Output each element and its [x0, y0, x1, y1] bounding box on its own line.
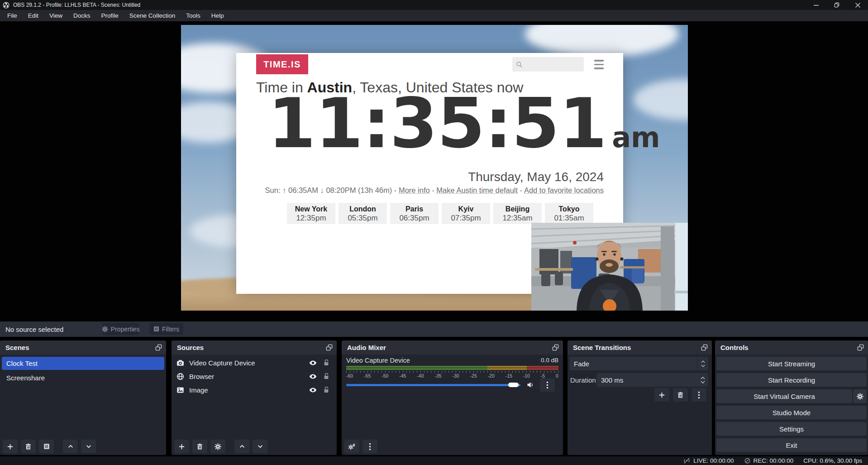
remove-scene-button[interactable] — [21, 440, 36, 453]
add-source-button[interactable] — [174, 440, 189, 453]
popout-icon[interactable] — [326, 344, 333, 351]
webcam-overlay[interactable] — [531, 223, 688, 311]
globe-icon — [176, 373, 184, 380]
audio-mixer-panel: Audio Mixer Video Capture Device 0.0 dB … — [342, 340, 563, 455]
duration-spinbox[interactable]: 300 ms — [596, 373, 708, 387]
cloud — [525, 25, 679, 57]
meter-scale-labels: -60-55-50-45-40-35-30-25-20-15-10-50 — [346, 373, 558, 379]
duration-spin-arrows[interactable] — [697, 373, 708, 387]
menu-scene-collection[interactable]: Scene Collection — [124, 10, 181, 21]
add-transition-button[interactable] — [654, 388, 669, 402]
transitions-toolbar — [654, 388, 706, 402]
sources-toolbar — [174, 440, 267, 453]
transition-select-arrows[interactable] — [697, 357, 708, 370]
menu-profile[interactable]: Profile — [96, 10, 124, 21]
controls-header: Controls — [715, 340, 868, 355]
timeis-search-input — [525, 60, 577, 68]
mixer-channel-menu-button[interactable] — [540, 378, 555, 392]
city-card: Beijing12:35am — [493, 203, 542, 224]
menu-view[interactable]: View — [44, 10, 68, 21]
popout-icon[interactable] — [155, 344, 162, 351]
city-card: Tokyo01:35am — [545, 203, 593, 224]
visibility-eye-icon[interactable] — [309, 386, 317, 394]
visibility-eye-icon[interactable] — [309, 373, 317, 380]
statusbar: LIVE: 00:00:00 REC: 00:00:00 CPU: 0.6%, … — [0, 456, 868, 465]
mixer-toolbar — [344, 440, 377, 453]
make-default-link: Make Austin time default — [436, 186, 518, 194]
timeis-logo-text: TIME.IS — [263, 59, 301, 70]
volume-slider[interactable] — [346, 384, 520, 386]
properties-button[interactable]: Properties — [102, 323, 139, 335]
mixer-title: Audio Mixer — [347, 344, 386, 351]
studio-mode-button[interactable]: Studio Mode — [716, 406, 867, 419]
webcam-video — [531, 223, 688, 311]
more-info-link: More info — [399, 186, 430, 194]
popout-icon[interactable] — [857, 344, 864, 351]
live-status: LIVE: 00:00:00 — [683, 457, 734, 464]
popout-icon[interactable] — [552, 344, 559, 351]
menu-help[interactable]: Help — [206, 10, 229, 21]
city-card: Paris06:35pm — [390, 203, 439, 224]
filter-icon — [153, 326, 159, 332]
move-scene-down-button[interactable] — [81, 440, 96, 453]
lock-open-icon[interactable] — [323, 386, 329, 393]
scenes-toolbar — [3, 440, 96, 453]
transition-select[interactable]: Fade — [569, 357, 708, 370]
mixer-menu-button[interactable] — [362, 440, 377, 453]
source-row-browser[interactable]: Browser — [172, 369, 337, 383]
remove-source-button[interactable] — [192, 440, 207, 453]
restore-button[interactable] — [826, 0, 847, 10]
camera-icon — [176, 359, 184, 367]
transitions-title: Scene Transitions — [573, 344, 631, 351]
exit-button[interactable]: Exit — [716, 438, 867, 452]
clock-time: 11:35:51 — [268, 89, 606, 158]
properties-label: Properties — [111, 326, 140, 333]
source-row-image[interactable]: Image — [172, 383, 337, 397]
popout-icon[interactable] — [701, 344, 708, 351]
sources-title: Sources — [177, 344, 204, 351]
search-icon — [516, 61, 523, 68]
window-title: OBS 29.1.2 - Profile: LLHLS BETA - Scene… — [13, 2, 140, 8]
filters-button[interactable]: Filters — [149, 323, 183, 335]
clock-ampm: am — [612, 121, 660, 154]
menu-edit[interactable]: Edit — [23, 10, 44, 21]
speaker-icon[interactable] — [526, 381, 534, 388]
live-muted-icon — [683, 457, 691, 464]
move-source-down-button[interactable] — [253, 440, 267, 453]
scene-item-clock-test[interactable]: Clock Test — [2, 357, 164, 370]
rec-status: REC: 00:00:00 — [744, 457, 794, 464]
source-properties-button[interactable] — [210, 440, 225, 453]
no-source-label: No source selected — [5, 326, 63, 333]
lock-open-icon[interactable] — [323, 373, 329, 380]
settings-button[interactable]: Settings — [716, 422, 867, 436]
volume-slider-handle[interactable] — [508, 383, 519, 387]
close-button[interactable] — [847, 0, 868, 10]
remove-transition-button[interactable] — [673, 388, 688, 402]
start-streaming-button[interactable]: Start Streaming — [716, 357, 867, 370]
menu-tools[interactable]: Tools — [181, 10, 206, 21]
add-scene-button[interactable] — [3, 440, 18, 453]
transition-properties-menu-button[interactable] — [692, 388, 706, 402]
source-row-video-capture[interactable]: Video Capture Device — [172, 356, 337, 369]
start-virtual-camera-button[interactable]: Start Virtual Camera — [716, 389, 852, 403]
menu-docks[interactable]: Docks — [68, 10, 96, 21]
timeis-search-box — [512, 57, 584, 72]
preview-canvas[interactable]: TIME.IS Time in Austin, Texas, United St… — [181, 25, 688, 311]
scene-item-screenshare[interactable]: Screenshare — [2, 371, 164, 384]
visibility-eye-icon[interactable] — [309, 359, 317, 367]
virtual-camera-settings-button[interactable] — [853, 389, 867, 403]
move-scene-up-button[interactable] — [63, 440, 78, 453]
hamburger-menu-icon — [594, 60, 604, 69]
advanced-audio-properties-button[interactable] — [344, 440, 359, 453]
clock-display: 11:35:51 am — [268, 89, 660, 158]
lock-open-icon[interactable] — [323, 359, 329, 366]
controls-title: Controls — [720, 344, 749, 351]
menu-file[interactable]: File — [2, 10, 23, 21]
preview-area: TIME.IS Time in Austin, Texas, United St… — [0, 21, 868, 321]
minimize-button[interactable] — [806, 0, 826, 10]
scene-filters-button[interactable] — [39, 440, 54, 453]
sources-panel: Sources Video Capture Device Browser — [172, 340, 337, 455]
move-source-up-button[interactable] — [234, 440, 249, 453]
start-recording-button[interactable]: Start Recording — [716, 373, 867, 387]
scenes-title: Scenes — [5, 344, 29, 351]
